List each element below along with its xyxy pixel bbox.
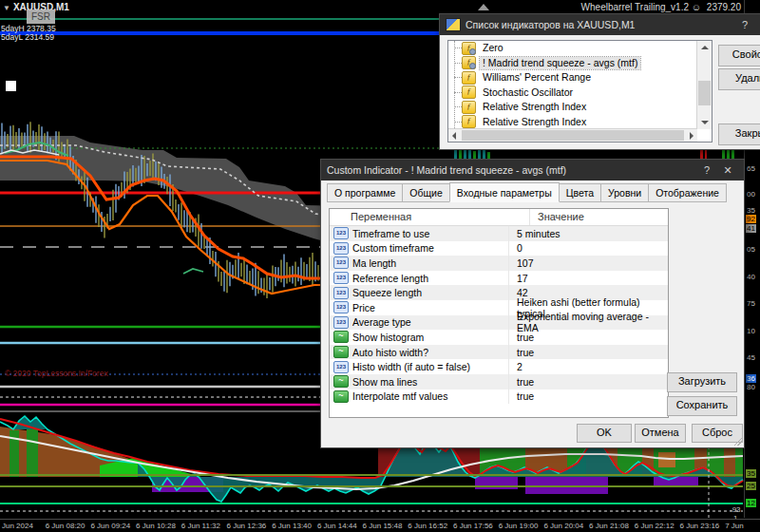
rectangle-object[interactable] [6,81,16,91]
horizontal-scrollbar[interactable] [448,128,697,142]
horizontal-scroll-thumb[interactable] [462,130,684,141]
help-button[interactable]: ? [696,164,717,176]
current-price-label: 2379.20 [707,2,741,12]
indicator-list-item[interactable]: ƒRelative Strength Index [448,100,697,115]
boolean-param-icon: ~ [333,390,349,403]
boolean-param-icon: ~ [333,331,349,343]
parameters-table: Переменная Значение 123Timeframe to use5… [329,208,669,418]
delete-button[interactable]: Удалить [718,68,760,90]
time-tick-label: 6 Jun 19:00 [499,522,539,530]
boolean-param-icon: ~ [333,346,349,358]
parameter-row[interactable]: ~Interpolate mtf valuestrue [330,390,668,405]
numeric-param-icon: 123 [333,227,349,239]
tab-1[interactable]: О программе [327,183,403,202]
time-tick-label: 6 Jun 08:20 [46,522,86,530]
table-header: Переменная Значение [330,209,668,226]
price-tick-label: 80 [747,383,755,391]
tab-6[interactable]: Отображение [648,183,727,202]
time-tick-label: 6 Jun 16:52 [408,522,447,530]
column-header-variable: Переменная [330,209,530,225]
time-tick-label: 6 Jun 22:12 [635,522,674,530]
dialog-title: Custom Indicator - ! Madrid trend squeez… [327,164,696,176]
time-tick-label: 7 Jun 01:20 [725,522,760,532]
close-icon[interactable]: ✕ [717,164,738,177]
column-header-value: Значение [530,209,668,225]
copyright-label: © 2020 TopLessons.In/Forex [5,369,108,378]
price-tick-label: 05 [747,245,755,254]
indicator-list-item[interactable]: ƒWilliams' Percent Range [448,70,697,86]
boolean-param-icon: ~ [333,375,349,388]
parameter-row[interactable]: 123Average typeExponential moving averag… [330,315,668,331]
ea-name-label: Wheelbarrel Trailing_v1.2 ☺ [581,2,701,12]
tab-2[interactable]: Общие [402,183,450,202]
numeric-param-icon: 123 [333,301,349,314]
arrow-up-object[interactable] [478,4,489,10]
dialog-tabs: О программеОбщиеВходные параметрыЦветаУр… [327,183,726,201]
indicator-min-label: -93 [730,505,741,514]
parameter-row[interactable]: ~Show ma linestrue [330,374,668,390]
save-button[interactable]: Сохранить [667,396,737,416]
function-icon: ƒ [462,56,476,69]
indicator-list-icon [446,18,461,31]
numeric-param-icon: 123 [333,242,349,255]
custom-indicator-dialog: Custom Indicator - ! Madrid trend squeez… [320,159,745,448]
parameter-row[interactable]: 123Reference length17 [330,271,668,286]
parameter-row[interactable]: 123Histo width (if auto = false)2 [330,359,668,374]
time-tick-label: 6 Jun 11:32 [181,522,220,530]
time-tick-label: 6 Jun 09:24 [90,522,130,530]
indicator-list-dialog: Список индикаторов на XAUUSD,M1 ? ƒZeroƒ… [439,13,760,150]
custom-indicator-titlebar[interactable]: Custom Indicator - ! Madrid trend squeez… [321,160,744,180]
time-tick-label: 6 Jun 21:08 [589,522,629,530]
indicator-list-item[interactable]: ƒZero [448,41,697,56]
cancel-button[interactable]: Отмена [635,424,686,443]
chevron-down-icon: ▼ [3,4,10,12]
tab-3[interactable]: Входные параметры [449,182,560,202]
time-tick-label: 6 Jun 12:36 [227,522,267,530]
scroll-left-button[interactable] [448,129,461,142]
price-tick-label: 45 [747,353,755,362]
parameter-row[interactable]: 123Custom timeframe0 [330,241,668,256]
mt4-chart-window: ▼XAUUSD,M1 Wheelbarrel Trailing_v1.2 ☺ 2… [0,0,760,532]
time-tick-label: 6 Jun 15:48 [363,522,403,530]
indicator-list-item[interactable]: ƒRelative Strength Index [448,115,697,130]
time-tick-label: Jun 2024 [2,522,33,530]
time-tick-label: 6 Jun 13:40 [272,522,312,530]
parameter-row[interactable]: 123Ma length107 [330,256,668,271]
properties-button[interactable]: Свойства [718,45,760,66]
price-badge-ask: 92 [746,215,756,223]
price-tick-label: 65 [747,164,755,173]
parameter-row[interactable]: 123Timeframe to use5 minutes [330,226,668,241]
tab-4[interactable]: Цвета [559,183,601,202]
function-icon: ƒ [462,115,476,128]
indicator-tree: ƒZeroƒ! Madrid trend squeeze - avgs (mtf… [448,41,697,129]
indicator-list-item[interactable]: ƒ! Madrid trend squeeze - avgs (mtf) [448,56,697,71]
price-tick-label: 10 [747,327,755,335]
vertical-scrollbar[interactable] [696,41,712,129]
resize-grip[interactable] [733,437,742,446]
scroll-right-button[interactable] [685,129,697,142]
indicator-listbox: ƒZeroƒ! Madrid trend squeeze - avgs (mtf… [447,40,712,142]
dialog-title: Список индикаторов на XAUUSD,M1 [466,19,734,30]
parameter-row[interactable]: ~Auto histo width?true [330,345,668,360]
ok-button[interactable]: OK [577,424,632,443]
time-axis[interactable]: Jun 20246 Jun 08:206 Jun 09:246 Jun 10:2… [0,519,760,532]
tab-5[interactable]: Уровни [600,183,649,202]
price-badge-bid: 41 [746,224,756,233]
function-icon: ƒ [462,86,476,99]
fiveday-low-label: 5dayL 2314.59 [1,32,54,42]
price-badge-green: 12 [746,499,756,507]
indicator-list-item[interactable]: ƒStochastic Oscillator [448,86,697,101]
numeric-param-icon: 123 [333,272,349,284]
close-button[interactable]: Закрыть [718,124,760,145]
price-tick-label: 75 [747,299,755,308]
indicator-list-titlebar[interactable]: Список индикаторов на XAUUSD,M1 ? [440,14,760,35]
load-button[interactable]: Загрузить [667,372,737,392]
price-tick-label: 00 [747,190,755,199]
numeric-param-icon: 123 [333,256,349,269]
vertical-scroll-thumb[interactable] [698,81,711,105]
price-tick-label: 40 [747,273,755,281]
parameter-row[interactable]: ~Show histogramtrue [330,330,668,345]
scroll-down-button[interactable] [697,115,712,129]
scroll-up-button[interactable] [697,41,712,55]
help-button[interactable]: ? [734,19,755,30]
